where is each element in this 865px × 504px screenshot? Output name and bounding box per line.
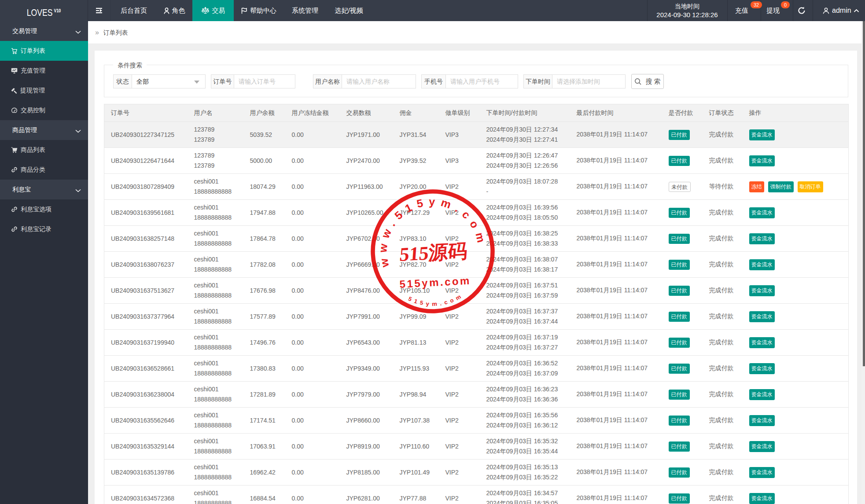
recharge-link[interactable]: 充值 xyxy=(735,0,748,21)
cell-amount: JYP6669.00 xyxy=(340,252,393,278)
force-pay-button[interactable]: 强制付款 xyxy=(768,181,794,192)
cell-order-no: UB2409031636528661 xyxy=(104,356,188,382)
withdraw-link[interactable]: 提现 xyxy=(766,0,780,21)
cell-last-pay-time: 2038年01月19日 11:14:07 xyxy=(570,356,662,382)
sidebar-group-6[interactable]: 商品管理 xyxy=(0,120,88,140)
column-header-8: 下单时间/付款时间 xyxy=(480,104,570,122)
scrollbar-thumb[interactable] xyxy=(863,21,865,366)
sidebar-item-label: 利息宝选项 xyxy=(21,206,52,213)
cell-commission: JYP98.94 xyxy=(393,382,439,408)
cell-last-pay-time: 2038年01月19日 11:14:07 xyxy=(570,486,662,504)
sidebar-group-9[interactable]: 利息宝 xyxy=(0,180,88,199)
cell-order-status: 完成付款 xyxy=(703,226,743,252)
cell-order-no: UB2409031638076237 xyxy=(104,252,188,278)
fund-flow-button[interactable]: 资金流水 xyxy=(749,259,775,270)
sidebar-item-3[interactable]: 充值管理 xyxy=(0,61,88,81)
chevron-down-icon xyxy=(75,187,81,194)
sidebar-item-8[interactable]: 商品分类 xyxy=(0,160,88,180)
withdraw-badge[interactable]: 0 xyxy=(781,1,790,8)
order-filter: 订单号 请输入订单号 xyxy=(211,74,295,88)
cell-last-pay-time: 2038年01月19日 11:14:07 xyxy=(570,382,662,408)
cell-paid: 已付款 xyxy=(662,122,703,148)
fund-flow-button[interactable]: 资金流水 xyxy=(749,441,775,452)
sidebar-item-7[interactable]: 商品列表 xyxy=(0,140,88,160)
content-card: 条件搜索 状态 全部 订单号 请输入订单号 用户名称 请输入用户名称 手机号 请… xyxy=(95,51,857,504)
sidebar-item-label: 商品列表 xyxy=(21,146,45,154)
fund-flow-button[interactable]: 资金流水 xyxy=(749,467,775,478)
fund-flow-button[interactable]: 资金流水 xyxy=(749,389,775,400)
cell-order-time: 2024年09月03日 16:39:562024年09月03日 18:05:50 xyxy=(480,200,570,226)
fund-flow-button[interactable]: 资金流水 xyxy=(749,493,775,504)
cell-level: VIP2 xyxy=(439,330,480,356)
fund-flow-button[interactable]: 资金流水 xyxy=(749,155,775,166)
cell-order-status: 完成付款 xyxy=(703,148,743,174)
cell-balance: 17380.83 xyxy=(243,356,285,382)
paid-status-badge: 已付款 xyxy=(669,441,690,452)
order-no-label: 订单号 xyxy=(211,74,234,88)
cell-balance: 17864.78 xyxy=(243,226,285,252)
cell-actions: 资金流水 xyxy=(743,278,849,304)
sidebar-item-label: 交易控制 xyxy=(21,107,45,114)
sidebar-group-label: 交易管理 xyxy=(12,27,37,35)
fund-flow-button[interactable]: 资金流水 xyxy=(749,233,775,244)
cell-actions: 资金流水 xyxy=(743,252,849,278)
cell-level: VIP2 xyxy=(439,356,480,382)
cell-order-status: 完成付款 xyxy=(703,408,743,434)
cell-balance: 17577.89 xyxy=(243,304,285,330)
cell-paid: 已付款 xyxy=(662,148,703,174)
sidebar-item-2[interactable]: 订单列表 xyxy=(0,41,88,61)
cell-order-no: UB2409031636238004 xyxy=(104,382,188,408)
sidebar-item-10[interactable]: 利息宝选项 xyxy=(0,199,88,219)
order-time-input[interactable]: 请选择添加时间 xyxy=(552,74,626,88)
table-row-14: UB2409031635139786ceshi00118888888888169… xyxy=(104,460,849,486)
table-row-3: UB2409031807289409ceshi00118888888888180… xyxy=(104,174,849,200)
refresh-icon[interactable] xyxy=(797,6,806,15)
cell-commission: JYP101.49 xyxy=(393,460,439,486)
cell-commission: JYP20.00 xyxy=(393,174,439,200)
phone-input[interactable]: 请输入用户手机号 xyxy=(445,74,518,88)
fund-flow-button[interactable]: 资金流水 xyxy=(749,207,775,218)
cell-balance: 17496.76 xyxy=(243,330,285,356)
cell-balance: 17281.89 xyxy=(243,382,285,408)
fund-flow-button[interactable]: 资金流水 xyxy=(749,337,775,348)
fund-flow-button[interactable]: 资金流水 xyxy=(749,363,775,374)
cell-paid: 已付款 xyxy=(662,382,703,408)
scrollbar-track[interactable] xyxy=(861,21,865,504)
cell-actions: 资金流水 xyxy=(743,356,849,382)
order-no-input[interactable]: 请输入订单号 xyxy=(234,74,295,88)
cell-order-status: 完成付款 xyxy=(703,252,743,278)
cell-actions: 资金流水 xyxy=(743,460,849,486)
paid-status-badge: 已付款 xyxy=(669,312,690,322)
user-name-input[interactable]: 请输入用户名称 xyxy=(342,74,416,88)
cell-last-pay-time: 2038年01月19日 11:14:07 xyxy=(570,434,662,460)
sidebar-item-11[interactable]: 利息宝记录 xyxy=(0,219,88,239)
cell-amount: JYP7991.00 xyxy=(340,304,393,330)
fund-flow-button[interactable]: 资金流水 xyxy=(749,285,775,296)
fund-flow-button[interactable]: 资金流水 xyxy=(749,415,775,426)
cell-order-time: 2024年09月03日 16:35:562024年09月03日 16:36:12 xyxy=(480,408,570,434)
cell-amount: JYP2470.00 xyxy=(340,148,393,174)
fund-flow-button[interactable]: 资金流水 xyxy=(749,129,775,140)
cell-commission: JYP83.10 xyxy=(393,226,439,252)
sidebar-item-4[interactable]: 提现管理 xyxy=(0,81,88,100)
recharge-badge[interactable]: 32 xyxy=(751,1,762,8)
freeze-button[interactable]: 冻结 xyxy=(749,181,764,192)
cell-order-no: UB2409301227347125 xyxy=(104,122,188,148)
cell-last-pay-time: 2038年01月19日 11:14:07 xyxy=(570,252,662,278)
cell-username: ceshi00118888888888 xyxy=(188,382,243,408)
cell-order-time: 2024年09月03日 16:37:372024年09月03日 16:37:44 xyxy=(480,304,570,330)
cell-commission: JYP31.54 xyxy=(393,122,439,148)
cell-paid: 已付款 xyxy=(662,252,703,278)
paid-status-badge: 已付款 xyxy=(669,364,690,374)
cancel-order-button[interactable]: 取消订单 xyxy=(798,181,823,192)
cell-order-status: 完成付款 xyxy=(703,330,743,356)
fund-flow-button[interactable]: 资金流水 xyxy=(749,311,775,322)
user-menu[interactable]: admin xyxy=(822,0,859,21)
cell-amount: JYP8185.00 xyxy=(340,460,393,486)
search-button[interactable]: 搜 索 xyxy=(631,74,664,89)
cell-frozen: 0.00 xyxy=(285,408,340,434)
status-select[interactable]: 全部 xyxy=(132,74,206,88)
sidebar-item-5[interactable]: 交易控制 xyxy=(0,100,88,120)
orders-table: 订单号用户名用户余额用户冻结金额交易数额佣金做单级别下单时间/付款时间最后付款时… xyxy=(104,104,849,504)
cell-order-time: 2024年09月03日 16:37:192024年09月03日 16:37:27 xyxy=(480,330,570,356)
